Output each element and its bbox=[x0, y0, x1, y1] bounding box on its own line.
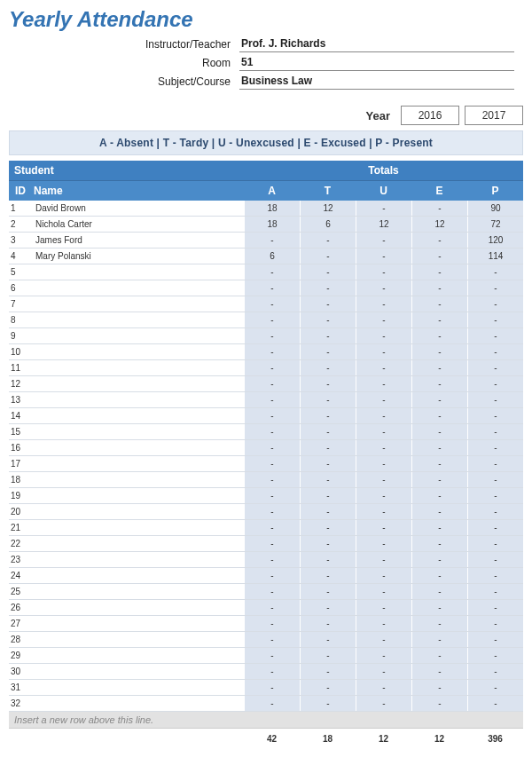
cell-e: - bbox=[411, 600, 467, 615]
year-button-2017[interactable]: 2017 bbox=[465, 106, 523, 125]
table-row[interactable]: 10----- bbox=[9, 344, 523, 360]
cell-name[interactable]: James Ford bbox=[32, 235, 244, 245]
total-a: 42 bbox=[244, 730, 300, 747]
table-row[interactable]: 20----- bbox=[9, 504, 523, 520]
table-row[interactable]: 30----- bbox=[9, 664, 523, 680]
table-row[interactable]: 22----- bbox=[9, 536, 523, 552]
cell-u: - bbox=[356, 616, 411, 631]
cell-p: - bbox=[467, 696, 523, 711]
table-row[interactable]: 27----- bbox=[9, 616, 523, 632]
cell-p: - bbox=[467, 680, 523, 695]
table-row[interactable]: 23----- bbox=[9, 552, 523, 568]
cell-p: - bbox=[467, 376, 523, 391]
table-row[interactable]: 14----- bbox=[9, 408, 523, 424]
cell-a: - bbox=[244, 680, 300, 695]
cell-id: 30 bbox=[9, 667, 32, 676]
cell-p: 90 bbox=[467, 201, 523, 216]
instructor-input[interactable]: Prof. J. Richards bbox=[239, 36, 514, 52]
table-row[interactable]: 21----- bbox=[9, 520, 523, 536]
cell-a: - bbox=[244, 296, 300, 312]
table-row[interactable]: 32----- bbox=[9, 696, 523, 712]
cell-a: - bbox=[244, 360, 300, 375]
table-row[interactable]: 6----- bbox=[9, 280, 523, 296]
table-row[interactable]: 29----- bbox=[9, 648, 523, 664]
table-row[interactable]: 18----- bbox=[9, 472, 523, 488]
table-row[interactable]: 7----- bbox=[9, 296, 523, 312]
instructor-label: Instructor/Teacher bbox=[62, 38, 239, 52]
cell-u: - bbox=[356, 680, 411, 695]
legend: A - Absent | T - Tardy | U - Unexcused |… bbox=[9, 130, 523, 155]
cell-p: - bbox=[467, 520, 523, 535]
table-row[interactable]: 15----- bbox=[9, 424, 523, 440]
table-row[interactable]: 31----- bbox=[9, 680, 523, 696]
cell-p: - bbox=[467, 360, 523, 375]
cell-u: - bbox=[356, 584, 411, 599]
cell-id: 32 bbox=[9, 698, 32, 708]
table-row[interactable]: 1David Brown1812--90 bbox=[9, 201, 523, 217]
cell-t: - bbox=[300, 264, 356, 280]
cell-p: 120 bbox=[467, 233, 523, 248]
table-row[interactable]: 2Nichola Carter186121272 bbox=[9, 217, 523, 233]
cell-t: - bbox=[300, 568, 356, 583]
table-row[interactable]: 9----- bbox=[9, 328, 523, 344]
cell-u: - bbox=[356, 312, 411, 327]
cell-e: - bbox=[411, 440, 467, 455]
cell-a: - bbox=[244, 664, 300, 679]
table-row[interactable]: 19----- bbox=[9, 488, 523, 504]
table-row[interactable]: 16----- bbox=[9, 440, 523, 456]
cell-u: - bbox=[356, 360, 411, 375]
cell-e: - bbox=[411, 632, 467, 647]
cell-u: - bbox=[356, 408, 411, 423]
cell-e: - bbox=[411, 264, 467, 280]
header-student: Student bbox=[9, 161, 244, 180]
cell-t: - bbox=[300, 488, 356, 503]
cell-a: - bbox=[244, 376, 300, 391]
room-input[interactable]: 51 bbox=[239, 54, 514, 71]
cell-t: - bbox=[300, 616, 356, 631]
cell-a: - bbox=[244, 408, 300, 423]
insert-row-hint[interactable]: Insert a new row above this line. bbox=[9, 712, 523, 729]
subject-input[interactable]: Business Law bbox=[239, 73, 514, 90]
table-row[interactable]: 26----- bbox=[9, 600, 523, 616]
cell-t: - bbox=[300, 520, 356, 535]
table-row[interactable]: 4Mary Polanski6---114 bbox=[9, 248, 523, 264]
total-t: 18 bbox=[300, 730, 356, 747]
cell-u: - bbox=[356, 632, 411, 647]
cell-id: 3 bbox=[9, 235, 32, 245]
cell-name[interactable]: Mary Polanski bbox=[32, 251, 244, 261]
table-row[interactable]: 24----- bbox=[9, 568, 523, 584]
cell-a: - bbox=[244, 600, 300, 615]
cell-t: - bbox=[300, 504, 356, 519]
cell-e: - bbox=[411, 280, 467, 296]
cell-e: - bbox=[411, 456, 467, 471]
cell-id: 4 bbox=[9, 251, 32, 261]
table-row[interactable]: 5----- bbox=[9, 264, 523, 280]
cell-id: 25 bbox=[9, 587, 32, 596]
cell-name[interactable]: Nichola Carter bbox=[32, 219, 244, 229]
cell-p: - bbox=[467, 328, 523, 343]
table-row[interactable]: 12----- bbox=[9, 376, 523, 392]
year-button-2016[interactable]: 2016 bbox=[401, 106, 459, 125]
cell-id: 19 bbox=[9, 491, 32, 501]
cell-t: - bbox=[300, 440, 356, 455]
cell-u: - bbox=[356, 648, 411, 663]
cell-name[interactable]: David Brown bbox=[32, 203, 244, 213]
cell-id: 6 bbox=[9, 283, 32, 293]
table-row[interactable]: 28----- bbox=[9, 632, 523, 648]
table-row[interactable]: 25----- bbox=[9, 584, 523, 600]
table-row[interactable]: 17----- bbox=[9, 456, 523, 472]
cell-a: - bbox=[244, 280, 300, 296]
cell-u: 12 bbox=[356, 217, 411, 232]
table-row[interactable]: 13----- bbox=[9, 392, 523, 408]
table-row[interactable]: 3James Ford----120 bbox=[9, 233, 523, 248]
cell-t: - bbox=[300, 696, 356, 711]
table-row[interactable]: 8----- bbox=[9, 312, 523, 328]
table-row[interactable]: 11----- bbox=[9, 360, 523, 376]
cell-t: - bbox=[300, 408, 356, 423]
cell-e: - bbox=[411, 536, 467, 551]
cell-p: - bbox=[467, 632, 523, 647]
header-totals: Totals bbox=[244, 161, 523, 180]
cell-t: 12 bbox=[300, 201, 356, 216]
cell-e: - bbox=[411, 472, 467, 487]
cell-p: - bbox=[467, 552, 523, 567]
